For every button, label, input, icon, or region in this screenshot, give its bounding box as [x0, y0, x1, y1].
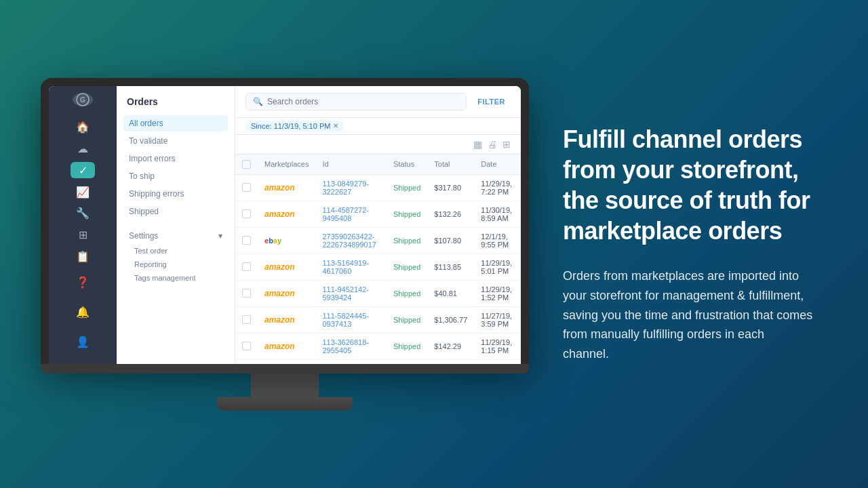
- total-cell: $1,306.77: [427, 306, 474, 333]
- col-status: Status: [387, 155, 427, 175]
- sidebar-tool-icon[interactable]: 🔧: [71, 205, 95, 222]
- status-cell: Shipped: [387, 333, 427, 359]
- nav-all-orders[interactable]: All orders: [123, 115, 228, 131]
- total-cell: $40.81: [427, 280, 474, 306]
- amazon-logo: amazon: [264, 289, 295, 298]
- row-checkbox[interactable]: [242, 183, 251, 192]
- nav-tags-management[interactable]: Tags management: [123, 271, 228, 285]
- filter-tag-pill[interactable]: Since: 11/3/19, 5:10 PM ✕: [245, 121, 344, 131]
- status-cell: Shipped: [387, 227, 427, 253]
- filter-tag-label: Since: 11/3/19, 5:10 PM: [251, 122, 330, 130]
- nav-import-errors[interactable]: Import errors: [123, 150, 228, 167]
- stand-base: [217, 397, 353, 411]
- left-nav: Orders All orders To validate Import err…: [117, 86, 235, 364]
- row-checkbox[interactable]: [242, 262, 251, 271]
- table-row: amazon111-5824445-0937413Shipped$1,306.7…: [235, 306, 521, 333]
- date-cell: 11/30/19, 8:59 AM: [474, 201, 521, 227]
- table-row: amazon113-0849279-3222627Shipped$317.801…: [235, 174, 521, 201]
- nav-shipping-errors[interactable]: Shipping errors: [123, 186, 228, 202]
- search-box[interactable]: 🔍: [245, 93, 467, 110]
- col-total: Total: [427, 155, 474, 175]
- date-cell: 11/27/19, 3:59 PM: [474, 306, 521, 333]
- amazon-logo: amazon: [264, 209, 295, 219]
- order-id-cell: 111-9452142-5939424: [315, 280, 387, 306]
- sidebar: G 🏠 ☁ ✓ 📈 🔧 ⊞ 📋 ❓ 🔔 👤: [49, 86, 117, 364]
- nav-reporting[interactable]: Reporting: [123, 258, 228, 271]
- sidebar-doc-icon[interactable]: 📋: [71, 249, 95, 265]
- row-checkbox[interactable]: [242, 289, 251, 298]
- nav-to-validate[interactable]: To validate: [123, 133, 228, 149]
- sidebar-logo[interactable]: G: [73, 93, 93, 106]
- col-date: Date: [474, 155, 521, 175]
- amazon-logo: amazon: [264, 315, 295, 325]
- sidebar-chart-icon[interactable]: 📈: [71, 184, 95, 200]
- select-all-checkbox[interactable]: [242, 160, 251, 169]
- sidebar-user-icon[interactable]: 👤: [71, 330, 95, 354]
- total-cell: $142.29: [427, 333, 474, 359]
- status-badge: Shipped: [393, 289, 420, 298]
- ebay-logo: ebay: [264, 237, 281, 245]
- sidebar-help-icon[interactable]: ❓: [71, 270, 95, 295]
- nav-shipped[interactable]: Shipped: [123, 203, 228, 220]
- filter-tag-close-icon[interactable]: ✕: [333, 122, 338, 129]
- marketplace-cell: amazon: [258, 306, 315, 333]
- search-toolbar: 🔍 FILTER: [235, 86, 521, 118]
- monitor-bottom-bar: [41, 364, 529, 373]
- nav-to-ship[interactable]: To ship: [123, 168, 228, 184]
- filter-tag-row: Since: 11/3/19, 5:10 PM ✕: [235, 118, 521, 135]
- row-checkbox[interactable]: [242, 209, 251, 218]
- grid-icon[interactable]: ⊞: [502, 139, 511, 150]
- status-badge: Shipped: [393, 237, 420, 245]
- table-row: amazon111-9452142-5939424Shipped$40.8111…: [235, 280, 521, 306]
- table-row: amazon114-4587272-9495408Shipped$132.261…: [235, 201, 521, 227]
- settings-chevron: ▾: [218, 231, 222, 241]
- date-cell: 11/29/19, 1:52 PM: [474, 280, 521, 306]
- table-toolbar: ▦ 🖨 ⊞: [235, 135, 521, 155]
- marketplace-cell: amazon: [258, 280, 315, 306]
- print-icon[interactable]: 🖨: [488, 139, 497, 150]
- total-cell: $113.85: [427, 253, 474, 280]
- status-badge: Shipped: [393, 210, 420, 218]
- orders-table: Marketplaces Id Status Total Date amazon…: [235, 155, 521, 364]
- table-row: amazon113-3626818-2955405Shipped$142.291…: [235, 333, 521, 359]
- col-marketplaces: Marketplaces: [258, 155, 315, 175]
- total-cell: $317.80: [427, 174, 474, 201]
- amazon-logo: amazon: [264, 183, 295, 192]
- row-checkbox[interactable]: [242, 315, 251, 324]
- monitor-frame: G 🏠 ☁ ✓ 📈 🔧 ⊞ 📋 ❓ 🔔 👤 Orders All: [41, 78, 529, 364]
- row-checkbox[interactable]: [242, 342, 251, 350]
- amazon-logo: amazon: [264, 342, 295, 351]
- sidebar-cloud-icon[interactable]: ☁: [71, 140, 95, 157]
- order-id-cell: 114-4587272-9495408: [315, 201, 387, 227]
- date-cell: 11/29/19, 1:15 PM: [474, 333, 521, 359]
- total-cell: $132.26: [427, 201, 474, 227]
- marketplace-cell: amazon: [258, 201, 315, 227]
- status-cell: Shipped: [387, 280, 427, 306]
- order-id-cell: 113-3626818-2955405: [315, 333, 387, 359]
- row-checkbox[interactable]: [242, 236, 251, 245]
- headline: Fulfill channel orders from your storefr…: [563, 124, 814, 246]
- sidebar-bell-icon[interactable]: 🔔: [71, 300, 95, 325]
- order-id-cell: 113-0849279-3222627: [315, 174, 387, 201]
- search-icon: 🔍: [253, 97, 263, 106]
- filter-button[interactable]: FILTER: [472, 95, 511, 108]
- monitor-stand: [41, 364, 529, 411]
- search-input[interactable]: [267, 97, 459, 106]
- status-cell: Shipped: [387, 201, 427, 227]
- nav-test-order[interactable]: Test order: [123, 244, 228, 258]
- col-id: Id: [315, 155, 387, 175]
- status-badge: Shipped: [393, 342, 420, 350]
- order-id-cell: 111-5824445-0937413: [315, 306, 387, 333]
- date-cell: 11/29/19, 5:01 PM: [474, 253, 521, 280]
- status-badge: Shipped: [393, 184, 420, 192]
- sidebar-home-icon[interactable]: 🏠: [71, 119, 95, 136]
- text-panel: Fulfill channel orders from your storefr…: [542, 110, 827, 378]
- sidebar-active-icon[interactable]: ✓: [71, 162, 95, 178]
- order-id-cell: 113-5164919-4617060: [315, 253, 387, 280]
- status-cell: Shipped: [387, 174, 427, 201]
- settings-label: Settings: [129, 231, 158, 241]
- columns-icon[interactable]: ▦: [473, 139, 482, 150]
- date-cell: 12/1/19, 9:55 PM: [474, 227, 521, 253]
- status-cell: Shipped: [387, 306, 427, 333]
- sidebar-grid-icon[interactable]: ⊞: [71, 227, 95, 243]
